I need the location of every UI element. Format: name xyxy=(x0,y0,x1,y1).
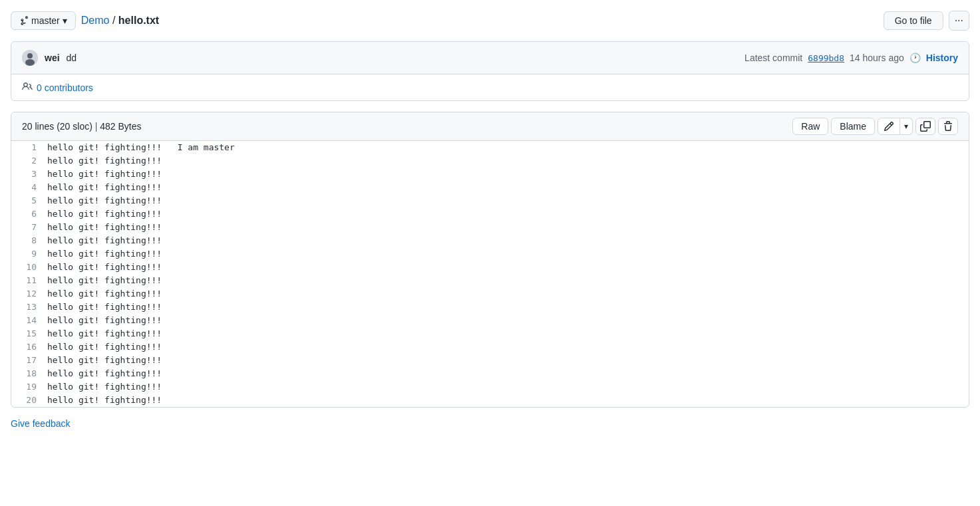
line-content: hello git! fighting!!! xyxy=(45,261,969,274)
commit-header: wei dd Latest commit 6899bd8 14 hours ag… xyxy=(11,42,969,74)
line-content: hello git! fighting!!! xyxy=(45,394,969,407)
line-number: 15 xyxy=(11,327,45,340)
table-row: 11hello git! fighting!!! xyxy=(11,274,969,287)
line-number: 5 xyxy=(11,194,45,207)
file-stats: 20 lines (20 sloc) | 482 Bytes xyxy=(22,121,142,132)
table-row: 8hello git! fighting!!! xyxy=(11,234,969,247)
line-number: 11 xyxy=(11,274,45,287)
table-row: 20hello git! fighting!!! xyxy=(11,394,969,407)
table-row: 13hello git! fighting!!! xyxy=(11,301,969,314)
table-row: 2hello git! fighting!!! xyxy=(11,154,969,168)
history-label: History xyxy=(926,53,958,63)
branch-selector[interactable]: master ▾ xyxy=(11,11,76,30)
line-content: hello git! fighting!!! xyxy=(45,221,969,234)
top-bar-left: master ▾ Demo / hello.txt xyxy=(11,11,159,30)
line-number: 13 xyxy=(11,301,45,314)
line-number: 17 xyxy=(11,354,45,367)
table-row: 1hello git! fighting!!! I am master xyxy=(11,141,969,154)
table-row: 3hello git! fighting!!! xyxy=(11,168,969,181)
line-number: 1 xyxy=(11,141,45,154)
contributors-icon xyxy=(22,81,33,94)
copy-button[interactable] xyxy=(915,118,935,135)
line-content: hello git! fighting!!! xyxy=(45,354,969,367)
line-content: hello git! fighting!!! xyxy=(45,380,969,394)
top-bar-right: Go to file ··· xyxy=(884,11,969,31)
line-number: 2 xyxy=(11,154,45,168)
give-feedback-link[interactable]: Give feedback xyxy=(11,418,71,429)
table-row: 14hello git! fighting!!! xyxy=(11,314,969,327)
avatar-icon xyxy=(22,50,38,66)
line-content: hello git! fighting!!! xyxy=(45,154,969,168)
line-content: hello git! fighting!!! xyxy=(45,287,969,301)
commit-box: wei dd Latest commit 6899bd8 14 hours ag… xyxy=(11,41,969,101)
history-link[interactable]: History xyxy=(926,53,958,63)
pencil-icon xyxy=(884,121,894,132)
edit-button[interactable] xyxy=(878,118,900,135)
line-content: hello git! fighting!!! xyxy=(45,247,969,261)
avatar xyxy=(22,50,38,66)
file-lines: 20 lines (20 sloc) xyxy=(22,121,92,132)
branch-name: master xyxy=(31,15,60,26)
line-number: 12 xyxy=(11,287,45,301)
line-number: 8 xyxy=(11,234,45,247)
line-number: 18 xyxy=(11,367,45,380)
table-row: 16hello git! fighting!!! xyxy=(11,340,969,354)
file-actions: Raw Blame ▾ xyxy=(792,118,958,135)
line-content: hello git! fighting!!! xyxy=(45,234,969,247)
line-content: hello git! fighting!!! xyxy=(45,181,969,194)
line-number: 7 xyxy=(11,221,45,234)
table-row: 4hello git! fighting!!! xyxy=(11,181,969,194)
file-size: 482 Bytes xyxy=(100,121,141,132)
breadcrumb-file: hello.txt xyxy=(118,15,159,26)
blame-button[interactable]: Blame xyxy=(831,118,875,135)
contributors-text: contributors xyxy=(45,82,93,93)
delete-button[interactable] xyxy=(938,118,958,135)
line-number: 16 xyxy=(11,340,45,354)
table-row: 12hello git! fighting!!! xyxy=(11,287,969,301)
table-row: 5hello git! fighting!!! xyxy=(11,194,969,207)
line-number: 19 xyxy=(11,380,45,394)
commit-hash[interactable]: 6899bd8 xyxy=(808,53,844,63)
line-content: hello git! fighting!!! xyxy=(45,207,969,221)
code-table: 1hello git! fighting!!! I am master2hell… xyxy=(11,141,969,407)
breadcrumb-repo-link[interactable]: Demo xyxy=(81,15,110,26)
contributors-row: 0 contributors xyxy=(11,74,969,100)
contributors-count: 0 xyxy=(37,82,42,93)
more-options-button[interactable]: ··· xyxy=(949,11,969,31)
commit-message: dd xyxy=(67,53,77,63)
table-row: 18hello git! fighting!!! xyxy=(11,367,969,380)
line-content: hello git! fighting!!! xyxy=(45,314,969,327)
table-row: 15hello git! fighting!!! xyxy=(11,327,969,340)
table-row: 6hello git! fighting!!! xyxy=(11,207,969,221)
clock-icon: 🕐 xyxy=(909,53,921,63)
go-to-file-button[interactable]: Go to file xyxy=(884,11,943,30)
table-row: 7hello git! fighting!!! xyxy=(11,221,969,234)
line-content: hello git! fighting!!! I am master xyxy=(45,141,969,154)
table-row: 10hello git! fighting!!! xyxy=(11,261,969,274)
branch-chevron-icon: ▾ xyxy=(63,15,67,26)
latest-commit-label: Latest commit xyxy=(744,53,802,63)
table-row: 9hello git! fighting!!! xyxy=(11,247,969,261)
line-content: hello git! fighting!!! xyxy=(45,301,969,314)
commit-meta: Latest commit 6899bd8 14 hours ago 🕐 His… xyxy=(744,53,958,63)
line-number: 4 xyxy=(11,181,45,194)
line-number: 9 xyxy=(11,247,45,261)
line-content: hello git! fighting!!! xyxy=(45,327,969,340)
contributors-link[interactable]: 0 contributors xyxy=(37,82,93,93)
edit-group: ▾ xyxy=(878,118,913,135)
top-bar: master ▾ Demo / hello.txt Go to file ··· xyxy=(11,11,969,31)
trash-icon xyxy=(943,121,953,132)
file-header: 20 lines (20 sloc) | 482 Bytes Raw Blame… xyxy=(11,112,969,141)
svg-point-2 xyxy=(25,59,35,66)
line-content: hello git! fighting!!! xyxy=(45,274,969,287)
line-number: 3 xyxy=(11,168,45,181)
table-row: 19hello git! fighting!!! xyxy=(11,380,969,394)
edit-dropdown-button[interactable]: ▾ xyxy=(900,118,913,135)
line-content: hello git! fighting!!! xyxy=(45,194,969,207)
line-content: hello git! fighting!!! xyxy=(45,367,969,380)
file-box: 20 lines (20 sloc) | 482 Bytes Raw Blame… xyxy=(11,112,969,408)
line-number: 10 xyxy=(11,261,45,274)
line-number: 20 xyxy=(11,394,45,407)
commit-author: wei dd xyxy=(22,50,77,66)
raw-button[interactable]: Raw xyxy=(792,118,828,135)
